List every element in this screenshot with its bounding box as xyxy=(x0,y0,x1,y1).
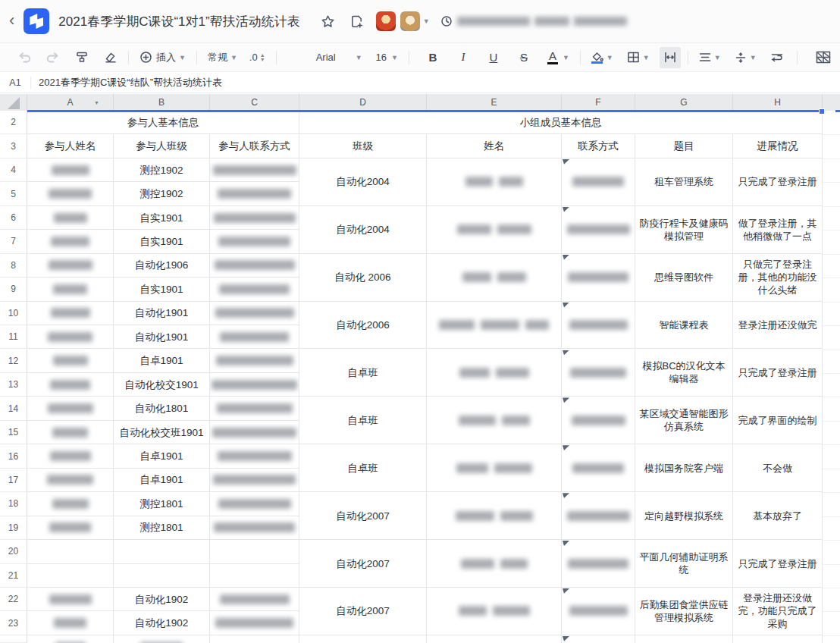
column-header-C[interactable]: C xyxy=(210,94,299,111)
cell-A9[interactable] xyxy=(27,278,114,301)
row-header-11[interactable]: 11 xyxy=(0,325,27,349)
cell-A16[interactable] xyxy=(27,444,114,468)
cell-E8[interactable] xyxy=(427,254,562,302)
cell-B16[interactable]: 自卓1901 xyxy=(114,444,210,468)
cell-A10[interactable] xyxy=(27,302,114,325)
cell-D2-section[interactable]: 小组成员基本信息 xyxy=(299,111,823,134)
cell-D22[interactable]: 自动化2007 xyxy=(299,588,427,635)
cell-A21[interactable] xyxy=(27,564,114,588)
cell-C16[interactable] xyxy=(210,444,299,468)
cell-C12[interactable] xyxy=(210,350,299,373)
cell-G10[interactable]: 智能课程表 xyxy=(635,302,733,350)
column-header-H[interactable]: H xyxy=(733,94,823,111)
cell-C17[interactable] xyxy=(210,469,299,492)
cell-A11[interactable] xyxy=(27,325,114,349)
row-header-2[interactable]: 2 xyxy=(0,111,27,134)
row-header-23[interactable]: 23 xyxy=(0,611,27,635)
cell-G18[interactable]: 定向越野模拟系统 xyxy=(635,492,733,540)
cell-B5[interactable]: 测控1902 xyxy=(114,182,210,205)
row-header-12[interactable]: 12 xyxy=(0,350,27,373)
cell-H24[interactable] xyxy=(733,635,823,643)
row-header-3[interactable]: 3 xyxy=(0,134,27,158)
cell-B15[interactable]: 自动化校交班1901 xyxy=(114,421,210,444)
cell-C20[interactable] xyxy=(210,540,299,563)
cell-G16[interactable]: 模拟国务院客户端 xyxy=(635,444,733,492)
row-header-7[interactable]: 7 xyxy=(0,230,27,253)
cell-G22[interactable]: 后勤集团食堂供应链管理模拟系统 xyxy=(635,588,733,635)
cell-C22[interactable] xyxy=(210,588,299,611)
row-header-24[interactable] xyxy=(0,635,27,643)
cell-H14[interactable]: 完成了界面的绘制 xyxy=(733,397,823,444)
row-header-6[interactable]: 6 xyxy=(0,206,27,230)
row-header-15[interactable]: 15 xyxy=(0,421,27,444)
cell-A15[interactable] xyxy=(27,421,114,444)
cell-E14[interactable] xyxy=(427,397,562,444)
cell-B10[interactable]: 自动化1901 xyxy=(114,302,210,325)
cell-A24[interactable] xyxy=(27,635,114,643)
cell-G6[interactable]: 防疫行程卡及健康码模拟管理 xyxy=(635,206,733,254)
cell-G8[interactable]: 思维导图软件 xyxy=(635,254,733,302)
row-header-17[interactable]: 17 xyxy=(0,469,27,492)
cell-D18[interactable]: 自动化2007 xyxy=(299,492,427,540)
cell-C13[interactable] xyxy=(210,373,299,397)
cell-B12[interactable]: 自卓1901 xyxy=(114,350,210,373)
cell-C6[interactable] xyxy=(210,206,299,230)
cell-A6[interactable] xyxy=(27,206,114,230)
cell-D8[interactable]: 自动化 2006 xyxy=(299,254,427,302)
cell-E3[interactable]: 姓名 xyxy=(427,134,562,158)
cell-D12[interactable]: 自卓班 xyxy=(299,350,427,397)
row-header-13[interactable]: 13 xyxy=(0,373,27,397)
cell-F14[interactable] xyxy=(562,397,635,444)
cell-B21[interactable] xyxy=(114,564,210,588)
cell-A17[interactable] xyxy=(27,469,114,492)
cell-A12[interactable] xyxy=(27,350,114,373)
row-header-8[interactable]: 8 xyxy=(0,254,27,278)
cell-C15[interactable] xyxy=(210,421,299,444)
cell-D16[interactable]: 自卓班 xyxy=(299,444,427,492)
cell-C3[interactable]: 参与人联系方式 xyxy=(210,134,299,158)
cell-A7[interactable] xyxy=(27,230,114,253)
cell-G4[interactable]: 租车管理系统 xyxy=(635,158,733,206)
cell-B19[interactable]: 测控1801 xyxy=(114,516,210,540)
cell-G12[interactable]: 模拟BC的汉化文本编辑器 xyxy=(635,350,733,397)
cell-B9[interactable]: 自实1901 xyxy=(114,278,210,301)
cell-F20[interactable] xyxy=(562,540,635,588)
cell-H12[interactable]: 只完成了登录注册 xyxy=(733,350,823,397)
row-header-16[interactable]: 16 xyxy=(0,444,27,468)
row-header-10[interactable]: 10 xyxy=(0,302,27,325)
cell-C21[interactable] xyxy=(210,564,299,588)
cell-B3[interactable]: 参与人班级 xyxy=(114,134,210,158)
row-header-21[interactable]: 21 xyxy=(0,564,27,588)
cell-C7[interactable] xyxy=(210,230,299,253)
cell-F8[interactable] xyxy=(562,254,635,302)
cell-A23[interactable] xyxy=(27,611,114,635)
cell-F18[interactable] xyxy=(562,492,635,540)
cell-A2-section[interactable]: 参与人基本信息 xyxy=(27,111,299,134)
column-header-A[interactable]: A▼ xyxy=(27,94,114,111)
cell-B20[interactable] xyxy=(114,540,210,563)
cell-E12[interactable] xyxy=(427,350,562,397)
row-header-19[interactable]: 19 xyxy=(0,516,27,540)
column-header-E[interactable]: E xyxy=(427,94,562,111)
row-header-9[interactable]: 9 xyxy=(0,278,27,301)
cell-C14[interactable] xyxy=(210,397,299,420)
cell-B6[interactable]: 自实1901 xyxy=(114,206,210,230)
cell-A13[interactable] xyxy=(27,373,114,397)
cell-D4[interactable]: 自动化2004 xyxy=(299,158,427,206)
column-header-G[interactable]: G xyxy=(635,94,733,111)
column-filter-icon[interactable]: ▼ xyxy=(94,100,99,105)
cell-D6[interactable]: 自动化2004 xyxy=(299,206,427,254)
cell-E6[interactable] xyxy=(427,206,562,254)
cell-B22[interactable]: 自动化1902 xyxy=(114,588,210,611)
cell-C9[interactable] xyxy=(210,278,299,301)
row-header-20[interactable]: 20 xyxy=(0,540,27,563)
column-header-D[interactable]: D xyxy=(299,94,427,111)
cell-E4[interactable] xyxy=(427,158,562,206)
cell-F10[interactable] xyxy=(562,302,635,350)
cell-A19[interactable] xyxy=(27,516,114,540)
cell-D14[interactable]: 自卓班 xyxy=(299,397,427,444)
cell-C18[interactable] xyxy=(210,492,299,516)
cell-A14[interactable] xyxy=(27,397,114,420)
cell-F6[interactable] xyxy=(562,206,635,254)
cell-H4[interactable]: 只完成了登录注册 xyxy=(733,158,823,206)
